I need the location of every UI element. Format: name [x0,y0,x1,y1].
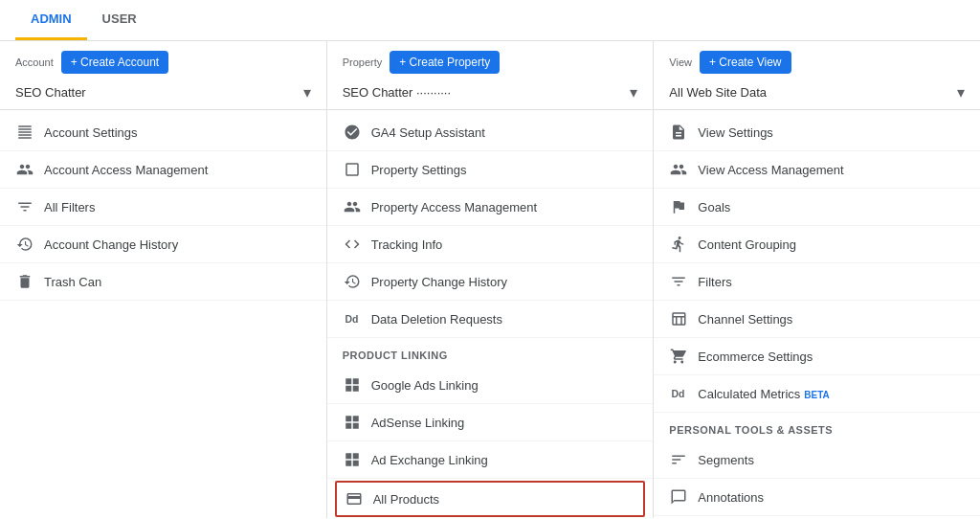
menu-item-data-deletion-requests[interactable]: DdData Deletion Requests [327,301,654,338]
menu-item-ad-exchange-linking[interactable]: Ad Exchange Linking [327,441,654,479]
menu-item-label-adsense-linking: AdSense Linking [371,416,465,430]
menu-item-label-goals: Goals [698,200,730,214]
menu-item-label-segments: Segments [698,453,754,467]
people-icon [343,197,362,216]
menu-item-ecommerce-settings[interactable]: Ecommerce Settings [654,338,980,375]
menu-item-property-settings[interactable]: Property Settings [327,151,654,189]
dd-icon: Dd [669,384,688,403]
dropdown-arrow-view: ▾ [957,83,965,102]
menu-item-label-account-settings: Account Settings [44,125,138,140]
building-icon [15,123,34,142]
code-icon [343,235,362,254]
menu-item-property-change-history[interactable]: Property Change History [327,263,654,301]
column-account: Account+ Create AccountSEO Chatter▾Accou… [0,41,327,518]
menu-item-all-products[interactable]: All Products [335,481,646,517]
menu-item-label-channel-settings: Channel Settings [698,312,792,327]
allproducts-icon [345,489,364,508]
menu-item-label-view-access-management: View Access Management [698,163,843,177]
menu-item-calculated-metrics[interactable]: DdCalculated MetricsBETA [654,375,980,413]
history-icon [15,235,34,254]
history-icon [343,272,362,291]
menu-item-channel-settings[interactable]: Channel Settings [654,301,980,338]
dropdown-text-property: SEO Chatter ·········· [343,85,631,100]
doc-icon [669,123,688,142]
menu-item-content-grouping[interactable]: Content Grouping [654,226,980,263]
dropdown-row-property[interactable]: SEO Chatter ··········▾ [327,79,654,110]
menu-item-google-ads-linking[interactable]: Google Ads Linking [327,367,654,404]
create-btn-account[interactable]: + Create Account [61,51,168,74]
people-icon [15,160,34,179]
section-label: PERSONAL TOOLS & ASSETS [654,413,980,441]
menu-item-label-ecommerce-settings: Ecommerce Settings [698,350,813,364]
tab-user[interactable]: USER [87,0,152,40]
menu-item-label-ga4-setup-assistant: GA4 Setup Assistant [371,125,485,140]
grid3-icon [343,450,362,469]
dropdown-arrow-property: ▾ [630,83,637,102]
menu-item-label-ad-exchange-linking: Ad Exchange Linking [371,453,488,467]
section-label: PRODUCT LINKING [327,338,654,367]
table-icon [669,309,688,328]
menu-item-goals[interactable]: Goals [654,189,980,226]
menu-item-account-change-history[interactable]: Account Change History [0,226,326,263]
checkmark-icon [343,123,362,142]
column-label-view: View [669,56,692,68]
menu-item-all-filters[interactable]: All Filters [0,189,326,226]
dropdown-text-account: SEO Chatter [15,85,303,100]
create-btn-property[interactable]: + Create Property [390,51,500,74]
menu-item-ga4-setup-assistant[interactable]: GA4 Setup Assistant [327,114,654,151]
tab-admin[interactable]: ADMIN [15,0,87,40]
menu-item-label-account-access-management: Account Access Management [44,163,208,177]
menu-item-label-annotations: Annotations [698,490,764,505]
menu-item-annotations[interactable]: Annotations [654,479,980,516]
menu-item-label-property-settings: Property Settings [371,163,467,177]
menu-item-label-property-access-management: Property Access Management [371,200,537,214]
column-property: Property+ Create PropertySEO Chatter ···… [327,41,655,518]
dropdown-row-view[interactable]: All Web Site Data▾ [654,79,980,110]
menu-item-view-settings[interactable]: View Settings [654,114,980,151]
menu-item-label-tracking-info: Tracking Info [371,237,443,252]
create-btn-view[interactable]: + Create View [700,51,791,74]
segments-icon [669,450,688,469]
menu-item-label-content-grouping: Content Grouping [698,237,796,252]
column-view: View+ Create ViewAll Web Site Data▾View … [654,41,980,518]
menu-item-tracking-info[interactable]: Tracking Info [327,226,654,263]
grid2-icon [343,413,362,432]
svg-text:Dd: Dd [345,313,358,325]
annotations-icon [669,487,688,507]
menu-item-label-property-change-history: Property Change History [371,275,507,289]
trash-icon [15,272,34,291]
person-walk-icon [669,235,688,254]
dropdown-text-view: All Web Site Data [669,85,957,100]
dropdown-arrow-account: ▾ [303,83,311,102]
menu-item-label-calculated-metrics: Calculated MetricsBETA [698,387,829,401]
menu-item-label-view-settings: View Settings [698,125,773,140]
menu-item-view-access-management[interactable]: View Access Management [654,151,980,189]
filter-icon [669,272,688,291]
dropdown-row-account[interactable]: SEO Chatter▾ [0,79,326,110]
menu-item-filters[interactable]: Filters [654,263,980,301]
menu-item-adsense-linking[interactable]: AdSense Linking [327,404,654,441]
menu-item-label-data-deletion-requests: Data Deletion Requests [371,312,502,327]
menu-item-account-settings[interactable]: Account Settings [0,114,326,151]
column-label-property: Property [343,56,383,68]
column-header-account: Account+ Create Account [0,41,326,79]
menu-item-label-trash-can: Trash Can [44,275,101,289]
beta-badge-calculated-metrics: BETA [804,390,829,400]
filter-icon [15,197,34,216]
menu-item-label-filters: Filters [698,275,731,289]
svg-text:Dd: Dd [672,388,685,399]
flag-icon [669,197,688,216]
columns-wrapper: Account+ Create AccountSEO Chatter▾Accou… [0,41,980,518]
menu-item-segments[interactable]: Segments [654,441,980,479]
grid-icon [343,375,362,395]
people-icon [669,160,688,179]
menu-item-account-access-management[interactable]: Account Access Management [0,151,326,189]
menu-item-property-access-management[interactable]: Property Access Management [327,189,654,226]
menu-item-label-all-filters: All Filters [44,200,95,214]
column-label-account: Account [15,56,54,68]
dd-icon: Dd [343,309,362,328]
square-icon [343,160,362,179]
menu-item-trash-can[interactable]: Trash Can [0,263,326,301]
column-header-property: Property+ Create Property [327,41,654,79]
cart-icon [669,347,688,366]
